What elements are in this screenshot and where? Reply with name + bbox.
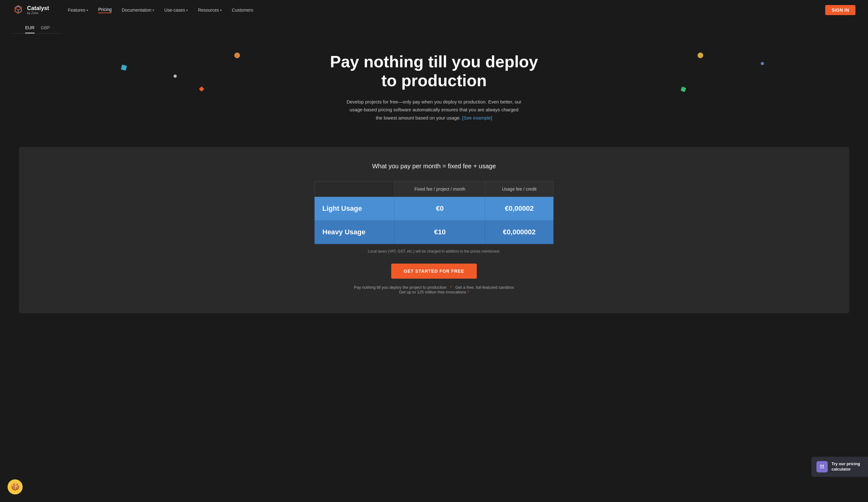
deco-shape-2 — [121, 64, 127, 71]
footer-notes: Pay nothing till you deploy the project … — [38, 285, 830, 294]
calc-widget-label: Try our pricing calculator — [831, 461, 863, 472]
col-header-usage-fee: Usage fee / credit — [485, 182, 554, 197]
pricing-calculator-widget[interactable]: Try our pricing calculator — [812, 457, 868, 477]
svg-rect-1 — [820, 465, 822, 466]
svg-rect-2 — [823, 465, 824, 466]
table-row-heavy: Heavy Usage €10 €0,000002 — [315, 221, 554, 244]
calculator-icon — [816, 461, 828, 472]
tax-note: Local taxes (VAT, GST, etc.) will be cha… — [38, 249, 830, 254]
nav-features[interactable]: Features ▾ — [68, 8, 88, 13]
navbar: Catalyst by Zoho Features ▾ Pricing Docu… — [0, 0, 868, 20]
deco-shape-5 — [698, 52, 703, 58]
pricing-formula: What you pay per month = fixed fee + usa… — [38, 163, 830, 170]
see-example-link[interactable]: [See example] — [462, 115, 492, 121]
currency-tab-gbp[interactable]: GBP — [41, 25, 50, 33]
col-header-empty — [315, 182, 395, 197]
nav-links: Features ▾ Pricing Documentation ▾ Use-c… — [68, 7, 825, 13]
logo-sub: by Zoho — [27, 11, 49, 15]
nav-documentation[interactable]: Documentation ▾ — [122, 8, 154, 13]
svg-rect-4 — [823, 467, 824, 467]
heavy-usage-label: Heavy Usage — [315, 221, 395, 244]
svg-rect-0 — [819, 464, 825, 470]
logo-text: Catalyst by Zoho — [27, 6, 49, 15]
nav-right: SIGN IN — [825, 5, 855, 15]
deco-shape-1 — [234, 52, 241, 59]
hero-heading: Pay nothing till you deploy to productio… — [324, 52, 544, 90]
logo-name: Catalyst — [27, 6, 49, 12]
pricing-table: Fixed fee / project / month Usage fee / … — [314, 181, 554, 244]
heavy-usage-fixed-fee: €10 — [395, 221, 485, 244]
signin-button[interactable]: SIGN IN — [825, 5, 855, 15]
svg-rect-3 — [820, 467, 822, 467]
col-header-fixed-fee: Fixed fee / project / month — [395, 182, 485, 197]
chevron-down-icon: ▾ — [186, 9, 188, 12]
currency-tabs: EUR GBP — [13, 20, 63, 34]
deco-shape-3 — [174, 74, 177, 78]
chevron-down-icon: ▾ — [153, 9, 154, 12]
deco-shape-7 — [681, 86, 686, 92]
get-started-button[interactable]: GET STARTED FOR FREE — [391, 264, 477, 279]
svg-rect-6 — [823, 468, 824, 468]
nav-customers[interactable]: Customers — [232, 8, 253, 13]
nav-use-cases[interactable]: Use-cases ▾ — [164, 8, 188, 13]
table-row-light: Light Usage €0 €0,00002 — [315, 197, 554, 221]
logo[interactable]: Catalyst by Zoho — [13, 4, 49, 16]
svg-rect-5 — [820, 468, 822, 468]
nav-resources[interactable]: Resources ▾ — [198, 8, 222, 13]
cookie-icon: 🍪 — [11, 483, 20, 491]
nav-pricing[interactable]: Pricing — [98, 7, 112, 13]
logo-icon — [13, 4, 24, 16]
light-usage-fee: €0,00002 — [485, 197, 554, 221]
light-usage-label: Light Usage — [315, 197, 395, 221]
red-star: * — [467, 290, 469, 294]
deco-shape-4 — [199, 86, 204, 92]
heavy-usage-fee: €0,000002 — [485, 221, 554, 244]
light-usage-fixed-fee: €0 — [395, 197, 485, 221]
chevron-down-icon: ▾ — [220, 9, 222, 12]
hero-description: Develop projects for free—only pay when … — [346, 98, 522, 122]
table-header-row: Fixed fee / project / month Usage fee / … — [315, 182, 554, 197]
chevron-down-icon: ▾ — [86, 9, 88, 12]
bullet-1: * — [450, 285, 452, 290]
pricing-section: What you pay per month = fixed fee + usa… — [19, 147, 849, 313]
deco-shape-6 — [761, 62, 764, 65]
hero-section: Pay nothing till you deploy to productio… — [0, 34, 868, 147]
currency-tab-eur[interactable]: EUR — [25, 25, 34, 33]
cookie-button[interactable]: 🍪 — [8, 479, 23, 494]
